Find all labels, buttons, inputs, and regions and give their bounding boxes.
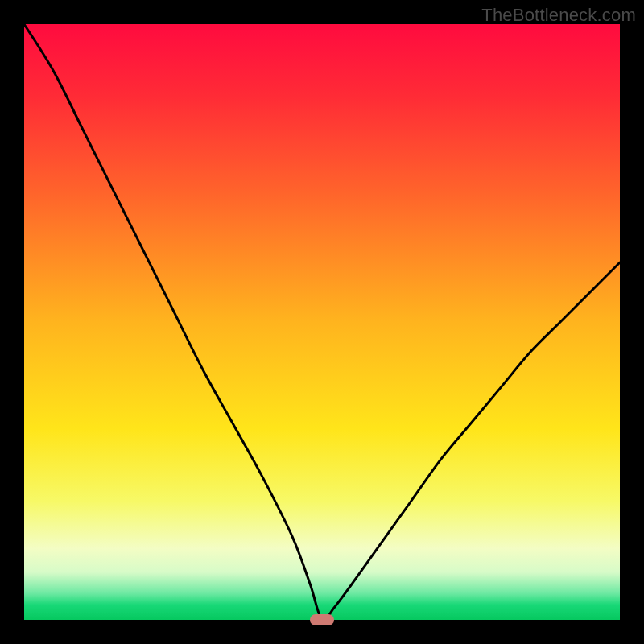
watermark-text: TheBottleneck.com <box>481 5 636 26</box>
chart-plot-area <box>0 0 644 644</box>
plot-background <box>24 24 620 620</box>
optimal-point-marker <box>310 614 334 625</box>
bottleneck-chart: TheBottleneck.com <box>0 0 644 644</box>
